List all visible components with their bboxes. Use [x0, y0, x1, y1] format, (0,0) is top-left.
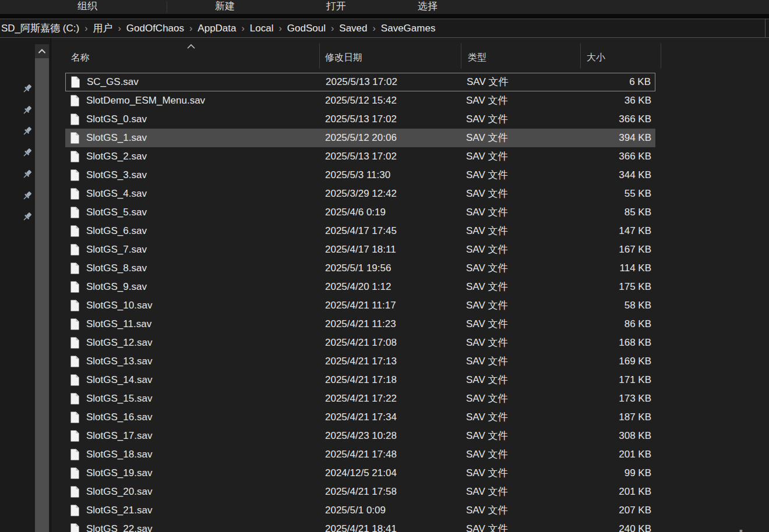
pinned-item-indicator[interactable] — [22, 83, 33, 94]
sidebar-scrollbar[interactable] — [35, 44, 49, 532]
file-size: 99 KB — [625, 464, 651, 483]
column-header-date[interactable]: 修改日期 — [325, 43, 362, 69]
file-icon-cell — [71, 76, 80, 88]
file-icon — [70, 430, 79, 442]
file-icon-cell — [70, 467, 79, 479]
file-row[interactable]: SlotGS_12.sav2025/4/21 17:08SAV 文件168 KB — [65, 334, 655, 352]
file-date-modified: 2025/4/21 17:58 — [325, 483, 397, 501]
file-icon — [70, 300, 79, 311]
file-icon — [70, 225, 79, 237]
file-row[interactable]: SlotGS_9.sav2025/4/20 1:12SAV 文件175 KB — [65, 278, 655, 296]
toolbar-item-4[interactable]: 选择 — [418, 0, 438, 14]
file-row[interactable]: SlotGS_11.sav2025/4/21 11:23SAV 文件86 KB — [65, 315, 655, 334]
file-row[interactable]: SlotGS_10.sav2025/4/21 11:17SAV 文件58 KB — [65, 296, 655, 315]
file-date-modified: 2025/5/13 17:02 — [325, 147, 397, 166]
file-name: SlotGS_18.sav — [86, 445, 152, 464]
file-row[interactable]: SlotGS_21.sav2025/5/1 0:09SAV 文件207 KB — [65, 501, 655, 520]
breadcrumb-item-3[interactable]: GodOfChaos — [126, 23, 184, 34]
file-icon-cell — [70, 393, 79, 405]
file-row[interactable]: SlotGS_0.sav2025/5/13 17:02SAV 文件366 KB — [65, 110, 655, 129]
file-size: 344 KB — [619, 166, 651, 185]
file-type: SAV 文件 — [466, 352, 507, 371]
pinned-item-indicator[interactable] — [22, 104, 33, 116]
file-type: SAV 文件 — [466, 259, 507, 278]
column-header-size[interactable]: 大小 — [587, 43, 605, 69]
file-type: SAV 文件 — [466, 147, 507, 166]
column-header-type[interactable]: 类型 — [468, 43, 486, 69]
toolbar-item-1[interactable]: 组织 — [77, 0, 97, 14]
file-type: SAV 文件 — [466, 240, 507, 259]
breadcrumb-item-6[interactable]: GodSoul — [287, 23, 326, 34]
toolbar-item-3[interactable]: 打开 — [326, 0, 346, 14]
file-row[interactable]: SC_GS.sav2025/5/13 17:02SAV 文件6 KB — [65, 73, 655, 91]
file-size: 85 KB — [625, 203, 651, 222]
file-row[interactable]: SlotGS_19.sav2024/12/5 21:04SAV 文件99 KB — [65, 464, 655, 483]
file-row[interactable]: SlotGS_15.sav2025/4/21 17:22SAV 文件173 KB — [65, 389, 655, 408]
breadcrumb-chevron-icon: › — [79, 23, 93, 34]
pinned-item-indicator[interactable] — [22, 211, 33, 222]
file-name: SlotGS_1.sav — [86, 129, 147, 147]
file-icon — [70, 356, 79, 367]
pinned-item-indicator[interactable] — [22, 125, 33, 137]
file-row[interactable]: SlotGS_17.sav2025/4/23 10:28SAV 文件308 KB — [65, 427, 655, 445]
file-name: SlotGS_10.sav — [86, 296, 152, 315]
file-name: SlotGS_13.sav — [86, 352, 152, 371]
file-icon — [70, 449, 79, 460]
file-row[interactable]: SlotGS_2.sav2025/5/13 17:02SAV 文件366 KB — [65, 147, 655, 166]
file-row[interactable]: SlotGS_3.sav2025/5/3 11:30SAV 文件344 KB — [65, 166, 655, 185]
pin-icon — [22, 190, 33, 201]
file-row[interactable]: SlotGS_4.sav2025/3/29 12:42SAV 文件55 KB — [65, 185, 655, 203]
file-row[interactable]: SlotGS_18.sav2025/4/21 17:48SAV 文件201 KB — [65, 445, 655, 464]
pin-icon — [22, 147, 33, 158]
file-row[interactable]: SlotGS_22.sav2025/4/21 18:41SAV 文件240 KB — [65, 520, 655, 532]
column-separator[interactable] — [319, 43, 320, 69]
file-date-modified: 2025/4/23 10:28 — [325, 427, 397, 445]
pinned-item-indicator[interactable] — [22, 168, 33, 180]
file-type: SAV 文件 — [466, 445, 507, 464]
file-date-modified: 2025/4/21 17:13 — [325, 352, 397, 371]
file-size: 169 KB — [619, 352, 651, 371]
file-icon-cell — [70, 430, 79, 442]
pin-icon — [22, 125, 33, 137]
file-icon — [70, 337, 79, 349]
file-icon-cell — [70, 244, 79, 256]
file-row[interactable]: SlotGS_7.sav2025/4/17 18:11SAV 文件167 KB — [65, 240, 655, 259]
file-explorer-window: 组织新建打开选择 SD_阿斯嘉德 (C:)›用户›GodOfChaos›AppD… — [0, 0, 769, 532]
breadcrumb-item-5[interactable]: Local — [250, 23, 274, 34]
file-icon — [70, 523, 79, 532]
pinned-item-indicator[interactable] — [22, 190, 33, 201]
file-icon-cell — [70, 449, 79, 460]
file-row[interactable]: SlotDemo_ESM_Menu.sav2025/5/12 15:42SAV … — [65, 91, 655, 110]
breadcrumb-item-2[interactable]: 用户 — [93, 22, 112, 35]
column-separator[interactable] — [580, 43, 581, 69]
pinned-item-indicator[interactable] — [22, 147, 33, 158]
column-separator[interactable] — [661, 43, 661, 69]
file-name: SlotDemo_ESM_Menu.sav — [86, 91, 205, 110]
toolbar-item-2[interactable]: 新建 — [215, 0, 235, 14]
file-row[interactable]: SlotGS_14.sav2025/4/21 17:18SAV 文件171 KB — [65, 371, 655, 389]
file-row[interactable]: SlotGS_5.sav2025/4/6 0:19SAV 文件85 KB — [65, 203, 655, 222]
column-separator[interactable] — [461, 43, 461, 69]
file-row[interactable]: SlotGS_13.sav2025/4/21 17:13SAV 文件169 KB — [65, 352, 655, 371]
scrollbar-thumb[interactable] — [35, 58, 49, 532]
file-date-modified: 2025/4/21 18:41 — [325, 520, 397, 532]
breadcrumb-item-8[interactable]: SaveGames — [381, 23, 436, 34]
file-icon — [70, 281, 79, 293]
file-icon-cell — [70, 188, 79, 200]
file-row[interactable]: SlotGS_1.sav2025/5/12 20:06SAV 文件394 KB — [65, 129, 655, 147]
column-header-name[interactable]: 名称 — [71, 43, 90, 69]
file-row[interactable]: SlotGS_6.sav2025/4/17 17:45SAV 文件147 KB — [65, 222, 655, 240]
scrollbar-up-button[interactable] — [35, 44, 49, 58]
file-date-modified: 2025/4/6 0:19 — [325, 203, 386, 222]
file-row[interactable]: SlotGS_20.sav2025/4/21 17:58SAV 文件201 KB — [65, 483, 655, 501]
file-name: SlotGS_2.sav — [86, 147, 147, 166]
breadcrumb-item-7[interactable]: Saved — [339, 23, 367, 34]
file-name: SlotGS_8.sav — [86, 259, 147, 278]
file-row[interactable]: SlotGS_8.sav2025/5/1 19:56SAV 文件114 KB — [65, 259, 655, 278]
file-icon-cell — [70, 95, 79, 107]
file-row[interactable]: SlotGS_16.sav2025/4/21 17:34SAV 文件187 KB — [65, 408, 655, 427]
file-size: 167 KB — [619, 240, 651, 259]
file-icon-cell — [70, 523, 79, 532]
breadcrumb-item-1[interactable]: SD_阿斯嘉德 (C:) — [1, 22, 79, 35]
breadcrumb-item-4[interactable]: AppData — [197, 23, 236, 34]
